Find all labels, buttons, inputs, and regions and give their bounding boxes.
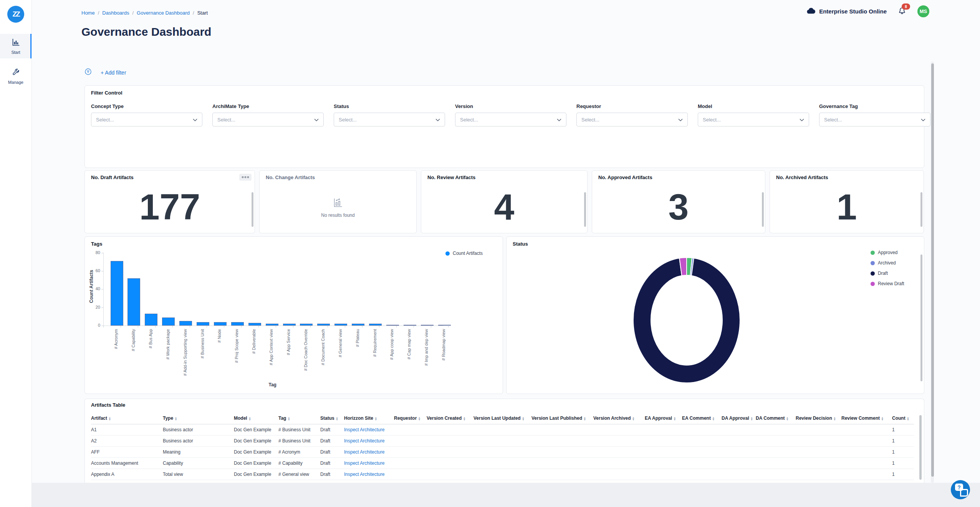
filter-select-version[interactable]: Select... xyxy=(455,113,566,126)
bar--Add-in-Supporting-view[interactable] xyxy=(179,321,192,326)
kpi-card-scrollbar[interactable] xyxy=(584,192,586,227)
sort-icon[interactable]: ▴▾ xyxy=(375,417,377,421)
filter-select-governance-tag[interactable]: Select... xyxy=(819,113,930,126)
sort-icon[interactable]: ▴▾ xyxy=(834,417,836,421)
column-header-type[interactable]: Type▴▾ xyxy=(163,412,234,424)
column-header-ea-approval[interactable]: EA Approval▴▾ xyxy=(645,412,682,424)
help-chat-button[interactable]: ? xyxy=(951,480,970,499)
inspect-architecture-link[interactable]: Inspect Architecture xyxy=(344,460,384,466)
donut-slice-draft[interactable] xyxy=(633,258,740,383)
breadcrumb-item-dashboards[interactable]: Dashboards xyxy=(102,10,129,16)
filter-select-requestor[interactable]: Select... xyxy=(576,113,688,126)
filter-select-status[interactable]: Select... xyxy=(334,113,445,126)
column-header-version-created[interactable]: Version Created▴▾ xyxy=(427,412,473,424)
filter-icon[interactable] xyxy=(85,68,91,76)
sort-icon[interactable]: ▴▾ xyxy=(882,417,883,421)
sort-icon[interactable]: ▴▾ xyxy=(109,417,111,421)
sort-icon[interactable]: ▴▾ xyxy=(175,417,177,421)
inspect-architecture-link[interactable]: Inspect Architecture xyxy=(344,472,384,477)
column-header-ea-comment[interactable]: EA Comment▴▾ xyxy=(682,412,722,424)
bar--Deliverable[interactable] xyxy=(248,323,261,326)
sort-down-icon: ▾ xyxy=(584,419,586,421)
filter-select-model[interactable]: Select... xyxy=(698,113,809,126)
bar--General-view[interactable] xyxy=(334,324,347,326)
kpi-menu-button[interactable] xyxy=(239,174,252,181)
column-header-artifact[interactable]: Artifact▴▾ xyxy=(91,412,163,424)
filter-select-concept-type[interactable]: Select... xyxy=(91,113,202,126)
column-header-da-approval[interactable]: DA Approval▴▾ xyxy=(722,412,756,424)
sort-icon[interactable]: ▴▾ xyxy=(464,417,465,421)
breadcrumb-item-home[interactable]: Home xyxy=(81,10,95,16)
bar--Roadmap-view[interactable] xyxy=(438,325,451,326)
column-header-version-last-published[interactable]: Version Last Published▴▾ xyxy=(531,412,593,424)
column-header-tag[interactable]: Tag▴▾ xyxy=(278,412,320,424)
sort-icon[interactable]: ▴▾ xyxy=(787,417,788,421)
inspect-architecture-link[interactable]: Inspect Architecture xyxy=(344,438,384,444)
kpi-card-scrollbar[interactable] xyxy=(920,192,922,227)
sidebar-item-manage[interactable]: Manage xyxy=(0,64,31,88)
column-header-horizzon-site[interactable]: Horizzon Site▴▾ xyxy=(344,412,394,424)
legend-item-review-draft[interactable]: Review Draft xyxy=(871,281,904,286)
bar--Business-Unit[interactable] xyxy=(197,322,209,326)
sort-icon[interactable]: ▴▾ xyxy=(419,417,420,421)
sort-icon[interactable]: ▴▾ xyxy=(288,417,290,421)
breadcrumb-item-governance-dashboard[interactable]: Governance Dashboard xyxy=(137,10,190,16)
bar--Requirement[interactable] xyxy=(369,324,382,326)
table-scrollbar[interactable] xyxy=(919,415,922,480)
bar--Bus-App[interactable] xyxy=(145,314,157,326)
sort-icon[interactable]: ▴▾ xyxy=(584,417,586,421)
column-header-requestor[interactable]: Requestor▴▾ xyxy=(394,412,427,424)
legend-item-draft[interactable]: Draft xyxy=(871,271,904,276)
sort-icon[interactable]: ▴▾ xyxy=(523,417,524,421)
bar-legend[interactable]: Count Artifacts xyxy=(445,251,483,256)
bar--Work-package[interactable] xyxy=(162,317,175,326)
bar--App-Service[interactable] xyxy=(283,324,296,326)
sort-icon[interactable]: ▴▾ xyxy=(633,417,634,421)
kpi-card-scrollbar[interactable] xyxy=(252,192,253,227)
x-tick-mark xyxy=(155,326,156,327)
inspect-architecture-link[interactable]: Inspect Architecture xyxy=(344,449,384,455)
sort-icon[interactable]: ▴▾ xyxy=(907,417,909,421)
bar--Acronym[interactable] xyxy=(111,261,123,326)
sort-icon[interactable]: ▴▾ xyxy=(713,417,714,421)
notifications-button[interactable]: 8 xyxy=(897,7,907,17)
column-header-review-decision[interactable]: Review Decision▴▾ xyxy=(796,412,841,424)
inspect-architecture-link[interactable]: Inspect Architecture xyxy=(344,427,384,432)
sort-down-icon: ▾ xyxy=(249,419,251,421)
bar--Capability[interactable] xyxy=(127,278,140,326)
column-header-da-comment[interactable]: DA Comment▴▾ xyxy=(756,412,796,424)
x-tick-mark xyxy=(207,326,207,327)
add-filter-button[interactable]: + Add filter xyxy=(101,70,126,76)
sort-icon[interactable]: ▴▾ xyxy=(249,417,251,421)
page-scrollbar-thumb[interactable] xyxy=(931,63,934,477)
bar--Plateau[interactable] xyxy=(352,324,364,326)
status-card-scrollbar[interactable] xyxy=(920,254,922,381)
page-scrollbar[interactable] xyxy=(931,62,934,483)
kpi-card-scrollbar[interactable] xyxy=(762,192,764,227)
bar--Node[interactable] xyxy=(214,322,227,326)
legend-item-archived[interactable]: Archived xyxy=(871,260,904,266)
sort-icon[interactable]: ▴▾ xyxy=(674,417,675,421)
x-tick-mark xyxy=(276,326,276,327)
filter-select-archimate-type[interactable]: Select... xyxy=(212,113,324,126)
x-tick-mark xyxy=(396,326,397,327)
sidebar-item-start[interactable]: Start xyxy=(0,34,31,58)
column-header-version-archived[interactable]: Version Archived▴▾ xyxy=(593,412,645,424)
app-logo[interactable]: ZZ xyxy=(7,6,24,23)
legend-item-approved[interactable]: Approved xyxy=(871,250,904,255)
bar--Cap-map-view[interactable] xyxy=(404,325,416,326)
column-header-model[interactable]: Model▴▾ xyxy=(234,412,278,424)
column-header-status[interactable]: Status▴▾ xyxy=(320,412,344,424)
bar--Imp-and-dep-view[interactable] xyxy=(421,325,434,326)
bar--Doc-Coach-Override[interactable] xyxy=(300,324,313,326)
sort-icon[interactable]: ▴▾ xyxy=(336,417,338,421)
bar--App-coop-view[interactable] xyxy=(386,325,399,326)
column-header-review-comment[interactable]: Review Comment▴▾ xyxy=(841,412,892,424)
sort-icon[interactable]: ▴▾ xyxy=(751,417,753,421)
bar--Document-Coach[interactable] xyxy=(317,324,330,326)
column-header-version-last-updated[interactable]: Version Last Updated▴▾ xyxy=(473,412,531,424)
column-header-count[interactable]: Count▴▾ xyxy=(892,412,914,424)
bar--Proj-Scope-view[interactable] xyxy=(231,322,244,326)
user-avatar[interactable]: MS xyxy=(917,5,929,17)
bar--App-Context-view[interactable] xyxy=(266,324,278,326)
